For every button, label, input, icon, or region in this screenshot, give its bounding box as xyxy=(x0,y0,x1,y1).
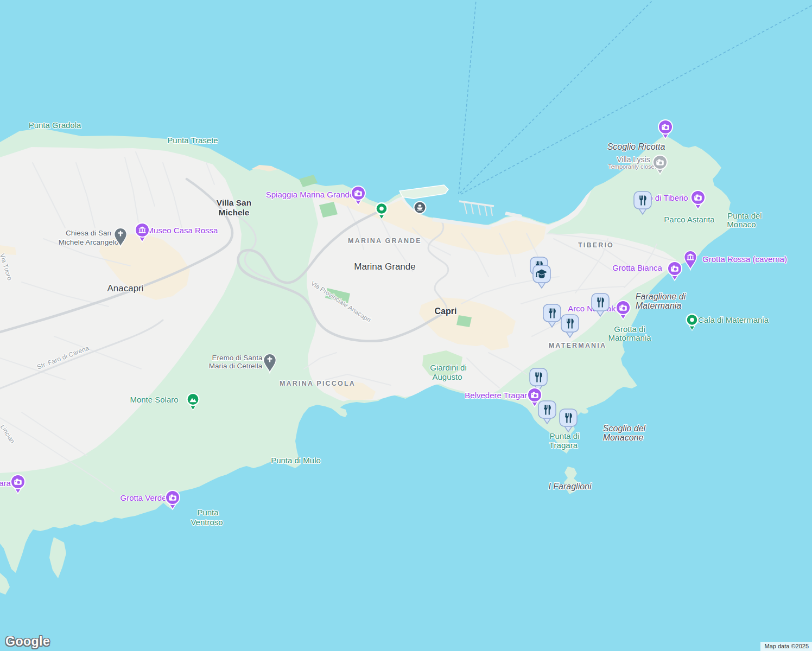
map-label-monaco: Monaco xyxy=(727,220,756,229)
map-label-tragara: Tragara xyxy=(549,441,578,450)
mountain-icon xyxy=(186,392,200,411)
restaurant-icon xyxy=(537,400,557,425)
map-label-michele-arcangelo[interactable]: Michele Arcangelo xyxy=(59,238,118,246)
harbor-place-marker[interactable] xyxy=(375,202,389,220)
map-label-eremo-di-santa[interactable]: Eremo di Santa xyxy=(212,354,262,362)
camera-icon xyxy=(667,261,683,281)
camera-icon xyxy=(690,190,706,210)
map-label-ventroso: Ventroso xyxy=(191,518,223,527)
map-label-scoglio-ricotta: Scoglio Ricotta xyxy=(607,142,665,152)
map-label-punta-di-mulo: Punta di Mulo xyxy=(271,456,321,465)
church-cross-icon xyxy=(262,353,278,373)
landmark-icon xyxy=(682,250,699,270)
map-label-capri[interactable]: Capri xyxy=(435,307,457,316)
map-label-matormania: Matormania xyxy=(608,333,651,342)
map-label-punta-trasete: Punta Trasete xyxy=(167,136,218,145)
map-label-marina-grande: MARINA GRANDE xyxy=(348,237,422,245)
ferry-terminal-marker[interactable] xyxy=(413,201,427,214)
map-label-tiberio: TIBERIO xyxy=(578,241,614,249)
map-label-marina-piccola: MARINA PICCOLA xyxy=(280,380,356,387)
map-label-parco-astarita: Parco Astarita xyxy=(664,215,714,224)
museum-icon xyxy=(134,222,150,242)
grotta-rossa-marker[interactable] xyxy=(682,250,699,270)
map-label-temporarily-closed: Temporarily closed xyxy=(608,163,658,170)
salto-di-tiberio-marker[interactable] xyxy=(690,190,706,210)
restaurant-marker-tragara-3[interactable] xyxy=(558,408,579,433)
map-label-ara[interactable]: ara xyxy=(0,478,11,488)
belvedere-migliara-marker[interactable] xyxy=(10,474,26,494)
grotta-bianca-marker[interactable] xyxy=(667,261,683,281)
map-label-punta-del: Punta del xyxy=(727,211,762,220)
spiaggia-marina-grande-marker[interactable] xyxy=(350,186,366,206)
map-label-grotta-di: Grotta di xyxy=(614,324,645,334)
place-dot-icon xyxy=(685,313,699,331)
arco-naturale-marker[interactable] xyxy=(615,300,631,320)
camera-icon xyxy=(10,474,26,494)
map-label-matermania: MATERMANIA xyxy=(549,342,606,349)
map-label-museo-casa-rossa[interactable]: Museo Casa Rossa xyxy=(147,226,218,235)
map-label-monacone: Monacone xyxy=(603,433,644,443)
restaurant-marker-tragara-2[interactable] xyxy=(537,400,557,425)
map-label-grotta-bianca[interactable]: Grotta Bianca xyxy=(612,263,662,272)
map-label-belvedere-tragara[interactable]: Belvedere Tragara xyxy=(465,391,531,400)
camera-icon xyxy=(652,155,668,175)
monte-solaro-marker[interactable] xyxy=(186,392,200,411)
map-label-villa-lysis[interactable]: Villa Lysis xyxy=(617,155,650,164)
map-label-punta: Punta xyxy=(197,508,218,517)
map-label-punta-gradola: Punta Gradola xyxy=(29,120,81,130)
restaurant-icon xyxy=(558,408,579,433)
map-label-villa-san[interactable]: Villa San xyxy=(217,198,251,208)
map-label-giardini-di: Giardini di xyxy=(430,363,467,372)
church-cross-icon xyxy=(112,227,129,247)
map-label-grotta-rossa-caverna[interactable]: Grotta Rossa (caverna) xyxy=(702,254,787,264)
map-label-i-faraglioni: I Faraglioni xyxy=(548,482,591,492)
cala-di-matermania-marker[interactable] xyxy=(685,313,699,331)
restaurant-icon xyxy=(560,314,580,339)
restaurant-marker-arco[interactable] xyxy=(590,292,611,317)
map-label-monte-solaro[interactable]: Monte Solaro xyxy=(130,395,178,404)
map-label-matermania: Matermania xyxy=(636,301,681,311)
place-dot-icon xyxy=(375,202,389,220)
google-logo[interactable]: Google xyxy=(5,634,50,649)
restaurant-icon xyxy=(590,292,611,317)
camera-icon xyxy=(615,300,631,320)
villa-lysis-marker[interactable] xyxy=(652,155,668,175)
restaurant-marker-matermania-2[interactable] xyxy=(560,314,580,339)
map-label-augusto: Augusto xyxy=(432,372,462,381)
eremo-cetrella-marker[interactable] xyxy=(262,353,278,373)
map-label-scoglio-del: Scoglio del xyxy=(603,424,645,433)
chiesa-san-michele-marker[interactable] xyxy=(112,227,129,247)
camera-icon xyxy=(657,119,674,139)
map-label-michele[interactable]: Michele xyxy=(219,208,250,218)
map-label-o-di-tiberio[interactable]: o di Tiberio xyxy=(648,193,688,202)
map-label-chiesa-di-san[interactable]: Chiesa di San xyxy=(66,229,111,237)
map-label-maria-di-cetrella[interactable]: Maria di Cetrella xyxy=(209,362,262,370)
map-attribution: Map data ©2025 xyxy=(760,642,812,651)
restaurant-marker-tiberio[interactable] xyxy=(632,190,653,215)
map-label-cala-di-matermania: Cala di Matermania xyxy=(698,315,769,324)
restaurant-icon xyxy=(632,190,653,215)
school-marker-capri[interactable] xyxy=(531,264,552,289)
map-label-marina-grande[interactable]: Marina Grande xyxy=(354,261,415,272)
map-viewport[interactable]: Punta GradolaPunta TraseteVilla SanMiche… xyxy=(0,0,812,651)
camera-icon xyxy=(350,186,366,206)
map-label-grotta-verde[interactable]: Grotta Verde xyxy=(120,493,166,502)
camera-icon xyxy=(164,490,181,510)
scoglio-ricotta-marker[interactable] xyxy=(657,119,674,139)
museo-casa-rossa-marker[interactable] xyxy=(134,222,150,242)
map-label-anacapri[interactable]: Anacapri xyxy=(107,283,143,294)
ferry-icon xyxy=(413,201,427,214)
map-label-faraglione-di: Faraglione di xyxy=(636,292,686,302)
grotta-verde-marker[interactable] xyxy=(164,490,181,510)
map-label-spiaggia-marina-grande[interactable]: Spiaggia Marina Grande xyxy=(266,190,354,199)
school-icon xyxy=(531,264,552,289)
